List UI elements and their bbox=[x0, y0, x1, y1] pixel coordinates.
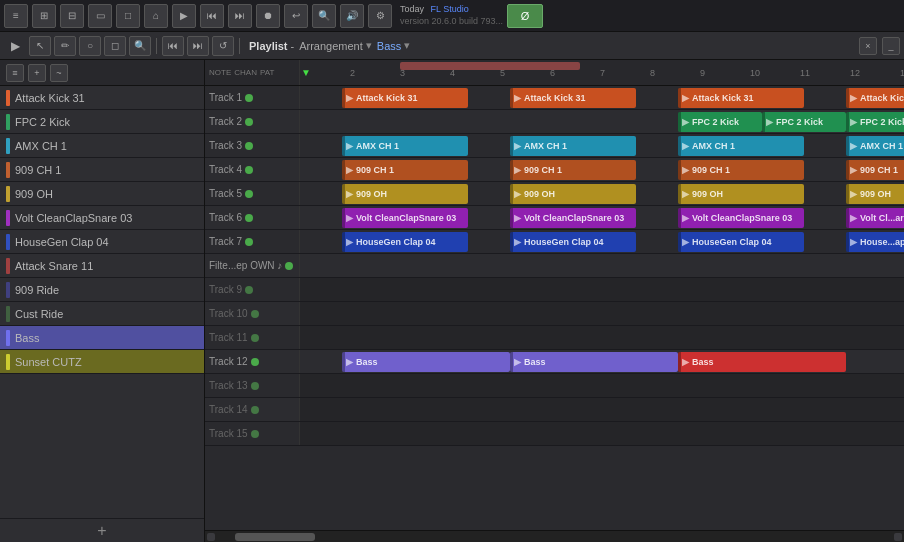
piano-icon[interactable]: □ bbox=[116, 4, 140, 28]
left-track-2[interactable]: AMX CH 1 bbox=[0, 134, 204, 158]
blocks-area-8[interactable] bbox=[300, 278, 904, 301]
block-1-2[interactable]: ▶FPC 2 Kick bbox=[846, 112, 904, 132]
prev-icon[interactable]: ⏮ bbox=[200, 4, 224, 28]
blocks-area-13[interactable] bbox=[300, 398, 904, 421]
block-2-2[interactable]: ▶AMX CH 1 bbox=[678, 136, 804, 156]
prev-btn[interactable]: ⏮ bbox=[162, 36, 184, 56]
track-settings-icon[interactable]: + bbox=[28, 64, 46, 82]
block-1-1[interactable]: ▶FPC 2 Kick bbox=[762, 112, 846, 132]
blocks-area-6[interactable]: ▶HouseGen Clap 04▶HouseGen Clap 04▶House… bbox=[300, 230, 904, 253]
block-6-3[interactable]: ▶House...ap 04 bbox=[846, 232, 904, 252]
left-track-1[interactable]: FPC 2 Kick bbox=[0, 110, 204, 134]
left-track-9[interactable]: Cust Ride bbox=[0, 302, 204, 326]
block-2-3[interactable]: ▶AMX CH 1 bbox=[846, 136, 904, 156]
block-1-0[interactable]: ▶FPC 2 Kick bbox=[678, 112, 762, 132]
blocks-area-5[interactable]: ▶Volt CleanClapSnare 03▶Volt CleanClapSn… bbox=[300, 206, 904, 229]
block-0-2[interactable]: ▶Attack Kick 31 bbox=[678, 88, 804, 108]
record-icon[interactable]: ⏺ bbox=[256, 4, 280, 28]
pattern-icon[interactable]: ⊟ bbox=[60, 4, 84, 28]
hscroll-left-btn[interactable] bbox=[207, 533, 215, 541]
blocks-area-12[interactable] bbox=[300, 374, 904, 397]
block-5-3[interactable]: ▶Volt Cl...are 03 bbox=[846, 208, 904, 228]
blocks-area-7[interactable] bbox=[300, 254, 904, 277]
block-6-2[interactable]: ▶HouseGen Clap 04 bbox=[678, 232, 804, 252]
volume-icon[interactable]: 🔊 bbox=[340, 4, 364, 28]
settings-icon[interactable]: ⚙ bbox=[368, 4, 392, 28]
blocks-area-2[interactable]: ▶AMX CH 1▶AMX CH 1▶AMX CH 1▶AMX CH 1 bbox=[300, 134, 904, 157]
block-3-2[interactable]: ▶909 CH 1 bbox=[678, 160, 804, 180]
block-6-0[interactable]: ▶HouseGen Clap 04 bbox=[342, 232, 468, 252]
left-track-5[interactable]: Volt CleanClapSnare 03 bbox=[0, 206, 204, 230]
draw-tool[interactable]: ✏ bbox=[54, 36, 76, 56]
block-4-3[interactable]: ▶909 OH bbox=[846, 184, 904, 204]
minimize-button[interactable]: _ bbox=[882, 37, 900, 55]
blocks-area-0[interactable]: ▶Attack Kick 31▶Attack Kick 31▶Attack Ki… bbox=[300, 86, 904, 109]
left-track-11[interactable]: Sunset CUTZ bbox=[0, 350, 204, 374]
block-3-3[interactable]: ▶909 CH 1 bbox=[846, 160, 904, 180]
block-0-3[interactable]: ▶Attack Kick 31 bbox=[846, 88, 904, 108]
track-num-1: Track 2 bbox=[205, 110, 300, 133]
loop-icon[interactable]: ↩ bbox=[284, 4, 308, 28]
left-track-0[interactable]: Attack Kick 31 bbox=[0, 86, 204, 110]
add-icon[interactable]: ⊞ bbox=[32, 4, 56, 28]
block-3-0[interactable]: ▶909 CH 1 bbox=[342, 160, 468, 180]
next-icon[interactable]: ⏭ bbox=[228, 4, 252, 28]
play-icon[interactable]: ▶ bbox=[172, 4, 196, 28]
zoom-icon[interactable]: 🔍 bbox=[312, 4, 336, 28]
blocks-area-3[interactable]: ▶909 CH 1▶909 CH 1▶909 CH 1▶909 CH 1 bbox=[300, 158, 904, 181]
block-5-0[interactable]: ▶Volt CleanClapSnare 03 bbox=[342, 208, 468, 228]
add-track-button[interactable]: + bbox=[0, 518, 204, 542]
block-11-2[interactable]: ▶Bass bbox=[678, 352, 846, 372]
cursor-tool[interactable]: ↖ bbox=[29, 36, 51, 56]
block-3-1[interactable]: ▶909 CH 1 bbox=[510, 160, 636, 180]
left-track-3[interactable]: 909 CH 1 bbox=[0, 158, 204, 182]
block-2-0[interactable]: ▶AMX CH 1 bbox=[342, 136, 468, 156]
block-6-1[interactable]: ▶HouseGen Clap 04 bbox=[510, 232, 636, 252]
block-11-1[interactable]: ▶Bass bbox=[510, 352, 678, 372]
block-11-0[interactable]: ▶Bass bbox=[342, 352, 510, 372]
next-btn[interactable]: ⏭ bbox=[187, 36, 209, 56]
close-button[interactable]: × bbox=[859, 37, 877, 55]
block-label-11-2: Bass bbox=[692, 357, 714, 367]
block-label-5-3: Volt Cl...are 03 bbox=[860, 213, 904, 223]
blocks-area-11[interactable]: ▶Bass▶Bass▶Bass bbox=[300, 350, 904, 373]
block-0-0[interactable]: ▶Attack Kick 31 bbox=[342, 88, 468, 108]
blocks-area-4[interactable]: ▶909 OH▶909 OH▶909 OH▶909 OH bbox=[300, 182, 904, 205]
track-zoom-icon[interactable]: ~ bbox=[50, 64, 68, 82]
block-label-1-2: FPC 2 Kick bbox=[860, 117, 904, 127]
left-track-name-6: HouseGen Clap 04 bbox=[15, 236, 109, 248]
zoom-tool[interactable]: 🔍 bbox=[129, 36, 151, 56]
menu-icon[interactable]: ≡ bbox=[4, 4, 28, 28]
blocks-area-9[interactable] bbox=[300, 302, 904, 325]
blocks-area-10[interactable] bbox=[300, 326, 904, 349]
block-label-6-1: HouseGen Clap 04 bbox=[524, 237, 604, 247]
chan-col: CHAN bbox=[234, 68, 257, 77]
block-5-2[interactable]: ▶Volt CleanClapSnare 03 bbox=[678, 208, 804, 228]
blocks-area-1[interactable]: ▶FPC 2 Kick▶FPC 2 Kick▶FPC 2 Kick bbox=[300, 110, 904, 133]
left-track-8[interactable]: 909 Ride bbox=[0, 278, 204, 302]
track-num-13: Track 14 bbox=[205, 398, 300, 421]
left-track-10[interactable]: Bass bbox=[0, 326, 204, 350]
mixer-icon[interactable]: ▭ bbox=[88, 4, 112, 28]
loop-btn[interactable]: ↺ bbox=[212, 36, 234, 56]
waveform-button[interactable]: Ø bbox=[507, 4, 543, 28]
block-label-5-2: Volt CleanClapSnare 03 bbox=[692, 213, 792, 223]
left-track-4[interactable]: 909 OH bbox=[0, 182, 204, 206]
block-0-1[interactable]: ▶Attack Kick 31 bbox=[510, 88, 636, 108]
left-track-7[interactable]: Attack Snare 11 bbox=[0, 254, 204, 278]
left-track-6[interactable]: HouseGen Clap 04 bbox=[0, 230, 204, 254]
hscroll-thumb[interactable] bbox=[235, 533, 315, 541]
select-tool[interactable]: ◻ bbox=[104, 36, 126, 56]
block-label-2-2: AMX CH 1 bbox=[692, 141, 735, 151]
block-4-1[interactable]: ▶909 OH bbox=[510, 184, 636, 204]
block-4-0[interactable]: ▶909 OH bbox=[342, 184, 468, 204]
block-2-1[interactable]: ▶AMX CH 1 bbox=[510, 136, 636, 156]
track-view-icon[interactable]: ≡ bbox=[6, 64, 24, 82]
blocks-area-14[interactable] bbox=[300, 422, 904, 445]
browser-icon[interactable]: ⌂ bbox=[144, 4, 168, 28]
hscroll-right-btn[interactable] bbox=[894, 533, 902, 541]
erase-tool[interactable]: ○ bbox=[79, 36, 101, 56]
block-icon-6-3: ▶ bbox=[850, 237, 857, 247]
block-5-1[interactable]: ▶Volt CleanClapSnare 03 bbox=[510, 208, 636, 228]
block-4-2[interactable]: ▶909 OH bbox=[678, 184, 804, 204]
